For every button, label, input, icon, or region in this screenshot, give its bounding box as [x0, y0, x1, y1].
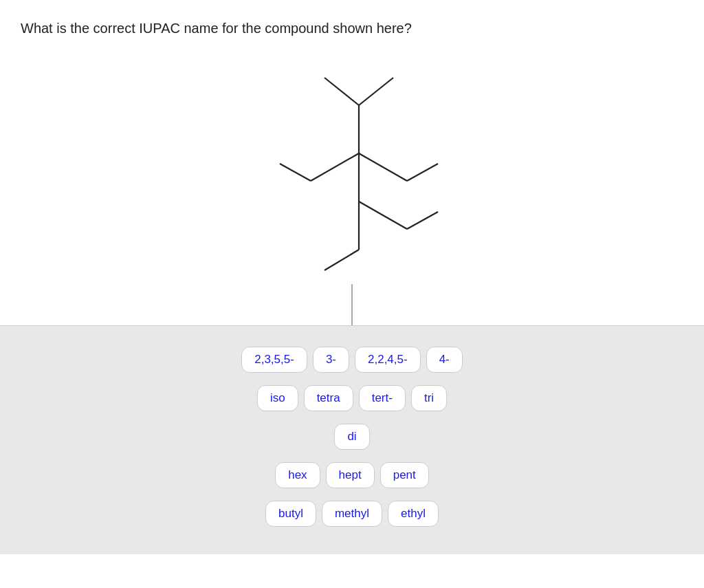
token-butyl[interactable]: butyl	[265, 501, 316, 527]
token-di[interactable]: di	[334, 424, 369, 450]
question-text: What is the correct IUPAC name for the c…	[21, 21, 683, 36]
top-section: What is the correct IUPAC name for the c…	[0, 0, 704, 325]
token-tetra[interactable]: tetra	[304, 385, 353, 411]
token-row-2: iso tetra tert- tri	[257, 385, 447, 411]
token-4[interactable]: 4-	[426, 347, 463, 373]
svg-line-3	[311, 153, 359, 181]
token-hex[interactable]: hex	[275, 462, 320, 488]
token-row-3: di	[334, 424, 369, 450]
token-pent[interactable]: pent	[380, 462, 429, 488]
svg-line-6	[407, 164, 438, 181]
svg-line-8	[359, 202, 407, 229]
answer-tokens-section: 2,3,5,5- 3- 2,2,4,5- 4- iso tetra tert- …	[0, 326, 704, 554]
svg-line-0	[324, 78, 359, 105]
token-hept[interactable]: hept	[326, 462, 375, 488]
vertical-separator-line	[352, 284, 353, 325]
svg-line-11	[324, 250, 359, 270]
token-iso[interactable]: iso	[257, 385, 298, 411]
molecule-svg	[242, 64, 462, 284]
token-row-5: butyl methyl ethyl	[265, 501, 439, 527]
molecule-container	[21, 50, 683, 325]
token-tri[interactable]: tri	[411, 385, 447, 411]
token-methyl[interactable]: methyl	[322, 501, 382, 527]
token-ethyl[interactable]: ethyl	[388, 501, 439, 527]
token-tert[interactable]: tert-	[359, 385, 406, 411]
svg-line-5	[359, 153, 407, 181]
svg-line-9	[407, 212, 438, 229]
token-row-1: 2,3,5,5- 3- 2,2,4,5- 4-	[241, 347, 463, 373]
token-row-4: hex hept pent	[275, 462, 429, 488]
token-2245[interactable]: 2,2,4,5-	[355, 347, 421, 373]
token-3[interactable]: 3-	[313, 347, 349, 373]
svg-line-4	[280, 164, 311, 181]
token-2355[interactable]: 2,3,5,5-	[241, 347, 307, 373]
svg-line-1	[359, 78, 393, 105]
